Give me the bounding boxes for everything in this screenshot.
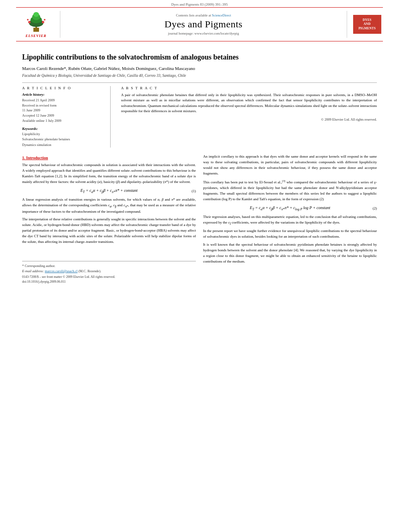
accepted-date: Accepted 12 June 2009 [22, 113, 105, 118]
article-info-abstract: A R T I C L E I N F O Article history: R… [22, 82, 377, 148]
footnote-divider: * Corresponding author. E-mail address: … [22, 261, 196, 274]
svg-point-5 [33, 12, 39, 17]
journal-header-center: Contents lists available at ScienceDirec… [60, 11, 347, 38]
article-info-header: A R T I C L E I N F O [22, 86, 105, 90]
article-history-title: Article history: [22, 92, 105, 97]
equation-1-number: (1) [192, 189, 196, 193]
elsevier-logo-area: ELSEVIER [16, 11, 60, 38]
keywords-list: Lipophilicity Solvatochromic phenolate b… [22, 131, 105, 148]
footnote-area: * Corresponding author. E-mail address: … [22, 261, 196, 283]
equation-2-block: ET = cαα + cββ + cπ*π* + clog P log P + … [203, 205, 377, 211]
page: Dyes and Pigments 83 (2009) 391–395 [0, 0, 399, 532]
journal-citation: Dyes and Pigments 83 (2009) 391–395 [171, 2, 228, 6]
journal-homepage: journal homepage: www.elsevier.com/locat… [168, 31, 239, 35]
equation-1-block: ET = cαα + cββ + cπ*π* + constant (1) [22, 188, 196, 194]
sciencedirect-info: Contents lists available at ScienceDirec… [176, 13, 231, 17]
article-content: Lipophilic contributions to the solvatoc… [0, 41, 399, 288]
abstract-header: A B S T R A C T [121, 86, 377, 90]
body-col-left: 1. Introduction The spectral behaviour o… [22, 154, 196, 283]
dyes-logo-box: DYES AND PIGMENTS [353, 15, 381, 34]
elsevier-tree-icon [22, 11, 50, 33]
journal-header: ELSEVIER Contents lists available at Sci… [16, 7, 383, 41]
article-title: Lipophilic contributions to the solvatoc… [22, 53, 377, 62]
svg-point-6 [28, 21, 31, 23]
footnote-corresponding: * Corresponding author. [22, 263, 196, 269]
abstract-col: A B S T R A C T A pair of solvatochromic… [119, 86, 377, 148]
elsevier-logo-box: ELSEVIER [22, 11, 50, 38]
abstract-copyright: © 2009 Elsevier Ltd. All rights reserved… [121, 117, 377, 121]
doi-info-1: 0143-7208/$ – see front matter © 2009 El… [22, 275, 196, 279]
equation-1-text: ET = cαα + cββ + cπ*π* + constant [80, 188, 138, 194]
svg-point-7 [42, 21, 44, 23]
article-affiliation: Facultad de Química y Biología, Universi… [22, 74, 377, 78]
keywords-section: Keywords: Lipophilicity Solvatochromic p… [22, 127, 105, 148]
received1: Received 21 April 2009 [22, 98, 105, 103]
right-p3: Their regression analyses, based on this… [203, 214, 377, 226]
body-content: 1. Introduction The spectral behaviour o… [22, 154, 377, 283]
footnote-email: E-mail address: marcos.caroli@usach.cl (… [22, 269, 196, 274]
intro-p2: A linear regression analysis of transiti… [22, 197, 196, 214]
keyword-1: Lipophilicity [22, 131, 105, 137]
article-info-col: A R T I C L E I N F O Article history: R… [22, 86, 111, 148]
available-online: Available online 1 July 2009 [22, 118, 105, 123]
elsevier-label: ELSEVIER [25, 34, 46, 38]
right-p4: In the present report we have sought fur… [203, 228, 377, 240]
abstract-text: A pair of solvatochromic phenolate betai… [121, 92, 377, 114]
equation-2-text: ET = cαα + cββ + cπ*π* + clog P log P + … [250, 205, 330, 211]
body-col-right: An implicit corollary to this approach i… [203, 154, 377, 283]
email-link[interactable]: marcos.caroli@usach.cl [45, 269, 77, 273]
received2-date: 11 June 2009 [22, 108, 105, 113]
intro-section-title: 1. Introduction [22, 156, 196, 160]
dyes-logo-area: DYES AND PIGMENTS [347, 11, 383, 38]
doi-info-2: doi:10.1016/j.dyepig.2009.06.011 [22, 280, 196, 283]
journal-top-bar: Dyes and Pigments 83 (2009) 391–395 [0, 0, 399, 7]
keywords-title: Keywords: [22, 127, 105, 131]
right-p2: This corollary has been put to test by E… [203, 179, 377, 202]
keyword-3: Dynamics simulation [22, 142, 105, 148]
equation-2-number: (2) [373, 206, 377, 210]
received2-label: Received in revised form [22, 103, 105, 108]
svg-point-9 [44, 19, 45, 21]
journal-title: Dyes and Pigments [165, 19, 243, 30]
keyword-2: Solvatochromic phenolate betaines [22, 137, 105, 142]
sciencedirect-link[interactable]: ScienceDirect [212, 13, 231, 17]
article-dates: Received 21 April 2009 Received in revis… [22, 98, 105, 123]
right-p1: An implicit corollary to this approach i… [203, 154, 377, 177]
article-authors: Marcos Caroli Rezende*, Rubén Oñate, Gab… [22, 65, 377, 72]
right-p5: It is well known that the spectral behav… [203, 242, 377, 265]
svg-point-8 [27, 19, 29, 21]
intro-p3: The interpretation of these relative con… [22, 217, 196, 245]
intro-p1: The spectral behaviour of solvatochromic… [22, 162, 196, 185]
